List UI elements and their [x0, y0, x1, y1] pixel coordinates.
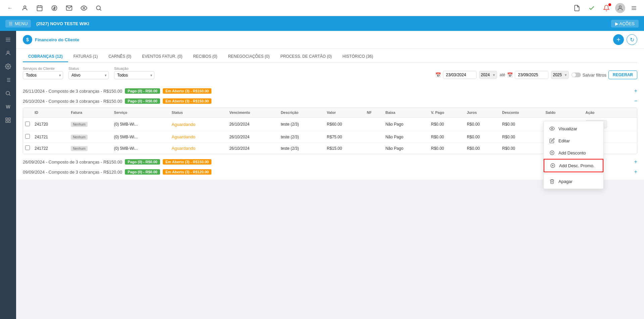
td-baixa-1: Não Pago	[383, 131, 429, 143]
td-fatura-1: Nenhum	[69, 131, 112, 143]
blue-bar: ☰ MENU (2527) NOVO TESTE WIKI ▶ AÇÕES	[0, 16, 644, 31]
sidebar-item-menu[interactable]	[2, 34, 14, 46]
dropdown-add-desc-promo[interactable]: Add Desc. Promo.	[544, 159, 603, 172]
td-juros-0: R$0.00	[465, 118, 500, 131]
svg-point-11	[619, 6, 622, 8]
search-icon[interactable]	[93, 2, 105, 14]
toggle-switch[interactable]	[572, 73, 581, 77]
toggle-knob	[572, 73, 576, 77]
menu-icon: ☰	[9, 21, 13, 26]
charge-badge-pago-1: Pago (0) - R$0.00	[125, 88, 160, 94]
date-to-icon: 📅	[507, 72, 513, 78]
charge-toggle-2[interactable]: −	[634, 98, 637, 104]
td-vpago-0: R$0.00	[429, 118, 465, 131]
plus-circle-icon-1	[549, 150, 555, 156]
th-servico: Serviço	[112, 108, 170, 118]
td-valor-2: R$15.00	[325, 143, 365, 154]
sidebar-item-grid[interactable]	[2, 114, 14, 126]
dollar-icon[interactable]	[48, 2, 60, 14]
td-desconto-1: R$0.00	[500, 131, 543, 143]
email-icon[interactable]	[63, 2, 75, 14]
charge-badge-aberto-4: Em Aberto (3) - R$120.00	[163, 169, 211, 175]
charge-info-2: 26/10/2024 - Composto de 3 cobranças - R…	[23, 99, 122, 104]
tab-historico[interactable]: HISTÓRICO (36)	[337, 51, 379, 62]
td-servico-1: (0) 5MB-Wi...	[112, 131, 170, 143]
eye-dropdown-icon	[549, 126, 555, 132]
eye-icon[interactable]	[78, 2, 90, 14]
filter-status: Status Ativo	[68, 66, 109, 79]
document-icon[interactable]	[571, 2, 583, 14]
svg-point-9	[96, 6, 100, 10]
charge-info-3: 26/09/2024 - Composto de 3 cobranças - R…	[23, 160, 122, 165]
hamburger-menu-icon[interactable]	[628, 2, 640, 14]
charge-toggle-1[interactable]: +	[634, 88, 637, 94]
tab-cobrancas[interactable]: COBRANÇAS (12)	[23, 51, 68, 62]
sidebar-item-search[interactable]	[2, 87, 14, 99]
bell-icon[interactable]	[600, 2, 612, 14]
dropdown-add-desconto[interactable]: Add Desconto	[544, 147, 603, 159]
acoes-button[interactable]: ▶ AÇÕES	[611, 20, 639, 28]
sidebar-item-list[interactable]	[2, 74, 14, 86]
back-button[interactable]: ←	[4, 2, 16, 14]
menu-button[interactable]: ☰ MENU	[5, 20, 31, 28]
date-from-year-select[interactable]: 2024	[479, 71, 497, 79]
date-from-icon: 📅	[435, 72, 441, 78]
tab-faturas[interactable]: FATURAS (1)	[68, 51, 103, 62]
dropdown-editar-label: Editar	[558, 138, 570, 143]
add-button[interactable]: +	[613, 34, 624, 45]
charge-badge-pago-2: Pago (0) - R$0.00	[125, 98, 160, 104]
td-nf-0	[365, 118, 383, 131]
charge-badge-aberto-2: Em Aberto (3) - R$150.00	[163, 98, 211, 104]
row-checkbox-2[interactable]	[25, 145, 30, 150]
situacao-select[interactable]: Todos	[114, 71, 154, 79]
charge-toggle-3[interactable]: +	[634, 159, 637, 165]
status-select[interactable]: Ativo	[68, 71, 109, 79]
svg-point-19	[7, 66, 9, 67]
charge-toggle-4[interactable]: +	[634, 169, 637, 175]
tab-recibos[interactable]: RECIBOS (0)	[188, 51, 222, 62]
date-from-input[interactable]	[443, 71, 477, 79]
regerar-button[interactable]: REGERAR	[608, 71, 637, 79]
salvar-toggle[interactable]: Salvar filtros	[572, 73, 606, 78]
date-to-year-select[interactable]: 2025	[551, 71, 569, 79]
sidebar-item-profile[interactable]	[2, 47, 14, 59]
section-actions: + ↻	[613, 34, 637, 45]
trash-icon	[549, 178, 555, 184]
dropdown-apagar-label: Apagar	[558, 179, 573, 184]
td-status-0: Aguardando	[169, 118, 227, 131]
avatar[interactable]	[615, 3, 625, 13]
td-valor-1: R$75.00	[325, 131, 365, 143]
th-fatura: Fatura	[69, 108, 112, 118]
th-status: Status	[169, 108, 227, 118]
dropdown-visualizar[interactable]: Visualizar	[544, 123, 603, 135]
td-servico-2: (0) 5MB-Wi...	[112, 143, 170, 154]
th-vencimento: Vencimento	[227, 108, 279, 118]
td-descricao-2: teste (2/3)	[279, 143, 325, 154]
sidebar-item-w[interactable]: W	[2, 101, 14, 113]
tab-carnes[interactable]: CARNÊS (0)	[103, 51, 137, 62]
calendar-icon[interactable]	[34, 2, 46, 14]
refresh-button[interactable]: ↻	[627, 34, 637, 45]
profile-icon[interactable]	[19, 2, 31, 14]
svg-point-32	[551, 128, 553, 129]
tab-cartao[interactable]: PROCESS. DE CARTÃO (0)	[275, 51, 337, 62]
th-saldo: Saldo	[543, 108, 583, 118]
charge-badge-aberto-3: Em Aberto (3) - R$150.00	[163, 159, 211, 165]
tab-renegociacoes[interactable]: RENEGOCIAÇÕES (0)	[222, 51, 275, 62]
date-to-input[interactable]	[515, 71, 548, 79]
check-icon[interactable]	[586, 2, 598, 14]
edit-dropdown-icon	[549, 138, 555, 144]
td-status-1: Aguardando	[169, 131, 227, 143]
dropdown-apagar[interactable]: Apagar	[544, 175, 603, 187]
td-desconto-2: R$0.00	[500, 143, 543, 154]
plus-circle-icon-2	[550, 163, 556, 169]
th-desconto: Desconto	[500, 108, 543, 118]
tab-eventos[interactable]: EVENTOS FATUR. (0)	[137, 51, 188, 62]
row-checkbox-1[interactable]	[25, 134, 30, 139]
td-servico-0: (0) 5MB-Wi...	[112, 118, 170, 131]
row-checkbox-0[interactable]	[25, 122, 30, 126]
servicos-select[interactable]: Todos	[23, 71, 63, 79]
dropdown-editar[interactable]: Editar	[544, 135, 603, 147]
td-baixa-2: Não Pago	[383, 143, 429, 154]
sidebar-item-settings[interactable]	[2, 60, 14, 73]
